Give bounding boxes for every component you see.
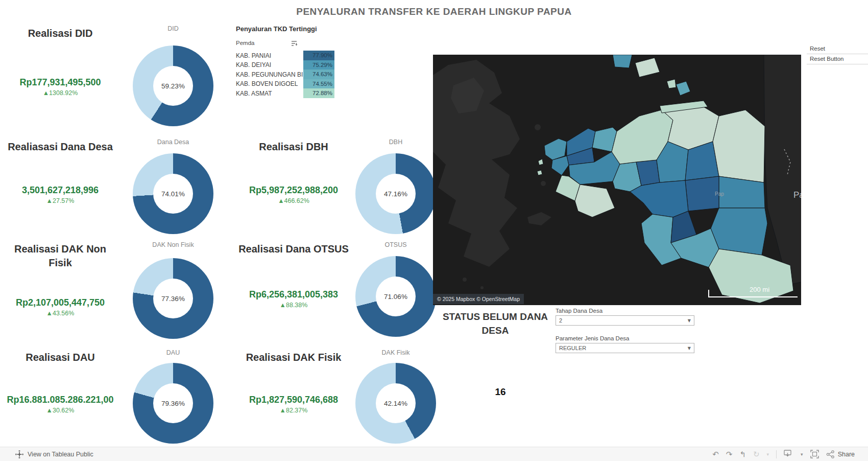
tkd-column-header[interactable]: Pemda	[236, 40, 254, 46]
tkd-cell-value[interactable]: 74.55%	[303, 79, 334, 89]
donut-title-dau: DAU	[133, 349, 213, 356]
dropdown-value: REGULER	[559, 345, 586, 351]
kpi-change-dana-desa: ▲27.57%	[0, 197, 120, 205]
donut-center-label: 71.06%	[376, 276, 416, 316]
map-label-faint: Pap	[715, 191, 724, 197]
chevron-down-icon: ▼	[688, 318, 694, 323]
kpi-change-otsus: ▲88.38%	[232, 301, 355, 309]
status-count-value: 16	[483, 386, 518, 398]
tkd-row-pemda[interactable]: KAB. ASMAT	[236, 90, 272, 97]
device-layouts-icon[interactable]	[784, 450, 793, 458]
kpi-value-dak-fisik: Rp1,827,590,746,688	[232, 394, 355, 405]
donut-chart-dak-non-fisik[interactable]: 77.36%	[133, 258, 213, 339]
refresh-icon[interactable]: ↻	[753, 450, 760, 459]
toolbar-separator	[776, 450, 777, 458]
donut-title-dana-desa: Dana Desa	[133, 139, 213, 146]
kpi-title-dak-non-fisik: Realisasi DAK Non Fisik	[9, 242, 111, 270]
donut-center-label: 77.36%	[153, 279, 193, 318]
map-attribution[interactable]: © 2025 Mapbox © OpenStreetMap	[433, 294, 524, 304]
donut-chart-dak-fisik[interactable]: 42.14%	[355, 363, 436, 444]
reset-item[interactable]: Reset	[807, 44, 868, 54]
dashboard-root: PENYALURAN TRANSFER KE DAERAH LINGKUP PA…	[0, 0, 868, 461]
filter-label-parameter: Parameter Jenis Dana Desa	[556, 335, 629, 341]
reset-button-item[interactable]: Reset Button	[807, 54, 868, 64]
kpi-value-dbh: Rp5,987,252,988,200	[232, 185, 355, 196]
kpi-title-did: Realisasi DID	[0, 27, 120, 40]
kpi-title-dau: Realisasi DAU	[0, 351, 120, 364]
share-icon	[826, 450, 835, 458]
papua-choropleth-map[interactable]: Pap Pa © 2025 Mapbox © OpenStreetMap 200…	[433, 55, 801, 305]
filter-label-tahap: Tahap Dana Desa	[556, 308, 602, 314]
tkd-cell-value[interactable]: 74.63%	[303, 70, 334, 79]
kpi-change-dau: ▲30.62%	[0, 406, 120, 414]
reset-panel: Reset Reset Button	[807, 44, 868, 64]
view-on-tableau-public[interactable]: View on Tableau Public	[15, 450, 93, 458]
kpi-title-otsus: Realisasi Dana OTSUS	[232, 242, 355, 256]
kpi-value-dau: Rp16.881.085.286.221,00	[0, 394, 120, 405]
donut-title-otsus: OTSUS	[355, 241, 436, 248]
kpi-value-dak-non-fisik: Rp2,107,005,447,750	[0, 297, 120, 308]
tableau-toolbar: View on Tableau Public ↶ ↷ ↰ ↻ ▾ ▾	[0, 447, 868, 461]
tkd-cell-value[interactable]: 72.88%	[303, 88, 334, 98]
tkd-cell-value[interactable]: 75.29%	[303, 60, 334, 70]
donut-title-dak-non-fisik: DAK Non Fisik	[133, 241, 213, 248]
donut-title-did: DID	[133, 25, 213, 32]
donut-chart-dau[interactable]: 79.36%	[133, 363, 213, 444]
map-scale-label: 200 mi	[750, 286, 769, 293]
tkd-table-title: Penyaluran TKD Tertinggi	[236, 25, 317, 33]
tkd-row-pemda[interactable]: KAB. PEGUNUNGAN BI..	[236, 71, 306, 78]
tableau-logo-icon	[15, 450, 23, 458]
kpi-change-dbh: ▲466.62%	[232, 197, 355, 205]
donut-center-label: 47.16%	[376, 174, 416, 214]
kpi-change-dak-non-fisik: ▲43.56%	[0, 309, 120, 317]
view-on-tableau-public-label: View on Tableau Public	[28, 451, 93, 458]
tkd-row-pemda[interactable]: KAB. PANIAI	[236, 52, 271, 59]
page-title: PENYALURAN TRANSFER KE DAERAH LINGKUP PA…	[0, 6, 868, 17]
kpi-value-did: Rp177,931,495,500	[0, 77, 120, 88]
kpi-value-otsus: Rp6,256,381,005,383	[232, 289, 355, 300]
donut-center-label: 42.14%	[376, 383, 416, 423]
filter-dropdown-parameter[interactable]: REGULER ▼	[556, 343, 694, 353]
donut-title-dak-fisik: DAK Fisik	[355, 349, 436, 356]
toolbar-actions: ↶ ↷ ↰ ↻ ▾ ▾	[712, 450, 855, 459]
filter-dropdown-tahap[interactable]: 2 ▼	[556, 315, 694, 326]
donut-title-dbh: DBH	[355, 139, 436, 146]
kpi-change-did: ▲1308.92%	[0, 89, 120, 97]
device-caret-icon[interactable]: ▾	[801, 452, 803, 457]
donut-chart-dbh[interactable]: 47.16%	[355, 153, 436, 234]
donut-chart-did[interactable]: 59.23%	[133, 45, 213, 126]
donut-chart-otsus[interactable]: 71.06%	[355, 256, 436, 337]
donut-center-label: 74.01%	[153, 174, 193, 214]
status-section-title: STATUS BELUM DANA DESA	[438, 310, 552, 337]
tkd-cell-value[interactable]: 77.90%	[303, 51, 334, 60]
chevron-down-icon: ▼	[688, 346, 694, 351]
sort-descending-icon[interactable]	[291, 40, 298, 47]
refresh-caret-icon[interactable]: ▾	[767, 452, 769, 457]
donut-center-label: 79.36%	[153, 383, 193, 423]
kpi-title-dbh: Realisasi DBH	[232, 140, 355, 154]
dropdown-value: 2	[559, 317, 562, 324]
kpi-title-dana-desa: Realiasasi Dana Desa	[0, 140, 120, 154]
donut-chart-dana-desa[interactable]: 74.01%	[133, 153, 213, 234]
kpi-change-dak-fisik: ▲82.37%	[232, 406, 355, 414]
tkd-row-pemda[interactable]: KAB. DEIYAI	[236, 61, 271, 68]
share-label: Share	[838, 451, 855, 458]
revert-icon[interactable]: ↰	[739, 450, 746, 459]
fullscreen-icon[interactable]	[810, 450, 819, 458]
kpi-title-dak-fisik: Realisasi DAK Fisik	[232, 351, 355, 364]
share-button[interactable]: Share	[826, 450, 855, 458]
donut-center-label: 59.23%	[153, 66, 193, 106]
tkd-row-pemda[interactable]: KAB. BOVEN DIGOEL	[236, 80, 298, 87]
kpi-value-dana-desa: 3,501,627,218,996	[0, 185, 120, 196]
map-canvas: Pap Pa	[433, 55, 801, 305]
undo-icon[interactable]: ↶	[712, 450, 719, 459]
map-label-edge: Pa	[793, 190, 801, 200]
redo-icon[interactable]: ↷	[726, 450, 733, 459]
